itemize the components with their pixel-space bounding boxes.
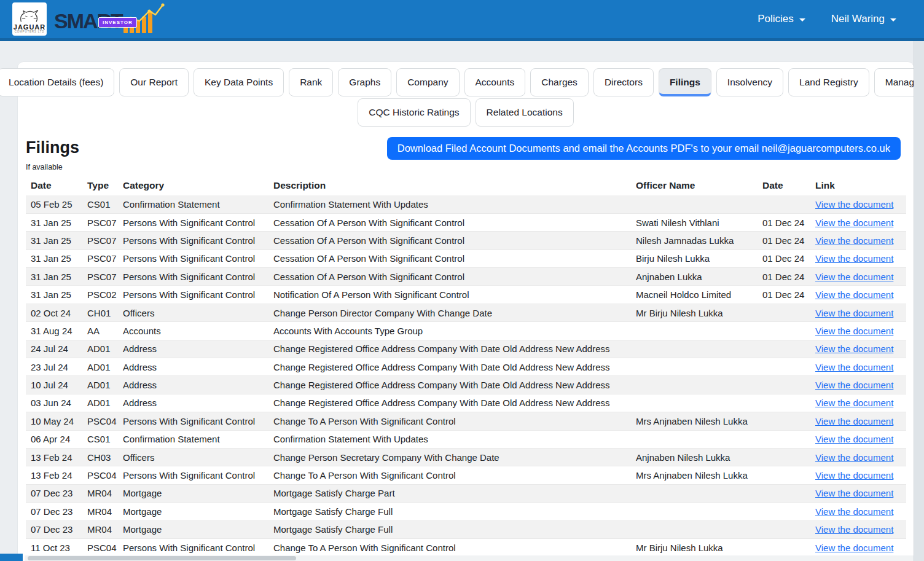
user-menu[interactable]: Neil Waring xyxy=(831,13,896,25)
cell-officer: Mrs Anjnaben Nilesh Lukka xyxy=(631,466,758,484)
cell-date: 06 Apr 24 xyxy=(26,430,82,448)
cell-description: Mortgage Satisfy Charge Part xyxy=(268,484,631,502)
view-document-link[interactable]: View the document xyxy=(815,199,893,210)
view-document-link[interactable]: View the document xyxy=(815,253,893,264)
tab-accounts[interactable]: Accounts xyxy=(464,68,526,96)
cell-date: 07 Dec 23 xyxy=(26,503,82,520)
cell-category: Persons With Significant Control xyxy=(118,213,268,231)
view-document-link[interactable]: View the document xyxy=(815,235,893,246)
policies-menu[interactable]: Policies xyxy=(758,13,805,25)
cell-description: Change To A Person With Significant Cont… xyxy=(268,412,631,430)
tab-land-registry[interactable]: Land Registry xyxy=(788,68,869,96)
cell-link: View the document xyxy=(810,466,906,484)
tab-charges[interactable]: Charges xyxy=(530,68,589,96)
cell-officer xyxy=(631,484,758,502)
cell-date: 10 Jul 24 xyxy=(26,376,82,394)
tab-filings[interactable]: Filings xyxy=(659,68,711,96)
cell-description: Change To A Person With Significant Cont… xyxy=(268,466,631,484)
view-document-link[interactable]: View the document xyxy=(815,380,893,390)
cell-link: View the document xyxy=(810,394,906,412)
cell-officer xyxy=(631,503,758,520)
cell-type: PSC02 xyxy=(82,286,118,304)
cell-link: View the document xyxy=(810,286,906,304)
cell-description: Notification Of A Person With Significan… xyxy=(268,286,631,304)
tab-our-report[interactable]: Our Report xyxy=(119,68,189,96)
view-document-link[interactable]: View the document xyxy=(815,506,893,517)
cell-date2 xyxy=(758,448,810,466)
cell-category: Persons With Significant Control xyxy=(118,286,268,304)
cell-category: Mortgage xyxy=(118,520,268,538)
cell-category: Officers xyxy=(118,448,268,466)
horizontal-scrollbar[interactable] xyxy=(25,555,914,561)
table-row: 31 Aug 24AAAccountsAccounts With Account… xyxy=(26,322,906,340)
cell-category: Address xyxy=(118,394,268,412)
view-document-link[interactable]: View the document xyxy=(815,434,893,444)
app-header: JAGUAR COMPUTERS LTD SMART INVESTOR Poli… xyxy=(0,0,924,41)
cell-date2 xyxy=(758,466,810,484)
cell-officer xyxy=(631,340,758,358)
cell-date2: 01 Dec 24 xyxy=(758,213,810,231)
cell-category: Accounts xyxy=(118,322,268,340)
cell-link: View the document xyxy=(810,268,906,286)
cell-type: PSC04 xyxy=(82,412,118,430)
tab-rank[interactable]: Rank xyxy=(289,68,333,96)
view-document-link[interactable]: View the document xyxy=(815,398,893,408)
cell-link: View the document xyxy=(810,448,906,466)
view-document-link[interactable]: View the document xyxy=(815,326,893,336)
cell-description: Cessation Of A Person With Significant C… xyxy=(268,249,631,267)
cell-description: Confirmation Statement With Updates xyxy=(268,195,631,213)
brand: JAGUAR COMPUTERS LTD SMART INVESTOR xyxy=(12,0,152,38)
view-document-link[interactable]: View the document xyxy=(815,543,893,553)
tab-related-locations[interactable]: Related Locations xyxy=(476,98,574,127)
cell-type: AD01 xyxy=(82,376,118,394)
cell-date2 xyxy=(758,503,810,520)
cell-description: Change To A Person With Significant Cont… xyxy=(268,538,631,556)
cell-date: 03 Jun 24 xyxy=(26,394,82,412)
tab-directors[interactable]: Directors xyxy=(593,68,654,96)
cell-description: Mortgage Satisfy Charge Full xyxy=(268,503,631,520)
cell-officer xyxy=(631,376,758,394)
tab-location-details-fees[interactable]: Location Details (fees) xyxy=(0,68,114,96)
column-header-date: Date xyxy=(26,176,82,195)
tab-graphs[interactable]: Graphs xyxy=(338,68,391,96)
cell-date2 xyxy=(758,195,810,213)
cell-link: View the document xyxy=(810,195,906,213)
tab-insolvency[interactable]: Insolvency xyxy=(716,68,783,96)
cell-description: Change Registered Office Address Company… xyxy=(268,358,631,376)
horizontal-scrollbar-thumb[interactable] xyxy=(28,556,296,560)
cell-link: View the document xyxy=(810,538,906,556)
table-row: 07 Dec 23MR04MortgageMortgage Satisfy Ch… xyxy=(26,520,906,538)
view-document-link[interactable]: View the document xyxy=(815,343,893,354)
cell-type: CH01 xyxy=(82,304,118,321)
cell-type: MR04 xyxy=(82,503,118,520)
view-document-link[interactable]: View the document xyxy=(815,488,893,498)
cell-type: MR04 xyxy=(82,484,118,502)
cell-link: View the document xyxy=(810,232,906,249)
tab-company[interactable]: Company xyxy=(396,68,459,96)
cell-category: Persons With Significant Control xyxy=(118,412,268,430)
view-document-link[interactable]: View the document xyxy=(815,289,893,300)
cell-category: Confirmation Statement xyxy=(118,195,268,213)
tab-cqc-historic-ratings[interactable]: CQC Historic Ratings xyxy=(358,98,470,127)
cell-date: 31 Jan 25 xyxy=(26,249,82,267)
vertical-scrollbar[interactable] xyxy=(914,41,924,561)
view-document-link[interactable]: View the document xyxy=(815,272,893,282)
cell-category: Persons With Significant Control xyxy=(118,538,268,556)
download-accounts-button[interactable]: Download Filed Account Documents and ema… xyxy=(387,137,901,160)
cell-category: Persons With Significant Control xyxy=(118,232,268,249)
view-document-link[interactable]: View the document xyxy=(815,452,893,463)
cell-date: 31 Jan 25 xyxy=(26,268,82,286)
view-document-link[interactable]: View the document xyxy=(815,308,893,318)
view-document-link[interactable]: View the document xyxy=(815,524,893,535)
view-document-link[interactable]: View the document xyxy=(815,218,893,228)
view-document-link[interactable]: View the document xyxy=(815,416,893,426)
cell-officer: Mrs Anjnaben Nilesh Lukka xyxy=(631,412,758,430)
cell-date2 xyxy=(758,412,810,430)
cell-date2: 01 Dec 24 xyxy=(758,249,810,267)
view-document-link[interactable]: View the document xyxy=(815,362,893,372)
table-header-row: DateTypeCategoryDescriptionOfficer NameD… xyxy=(26,176,906,195)
cell-type: AA xyxy=(82,322,118,340)
view-document-link[interactable]: View the document xyxy=(815,470,893,481)
cell-category: Persons With Significant Control xyxy=(118,268,268,286)
tab-key-data-points[interactable]: Key Data Points xyxy=(194,68,284,96)
